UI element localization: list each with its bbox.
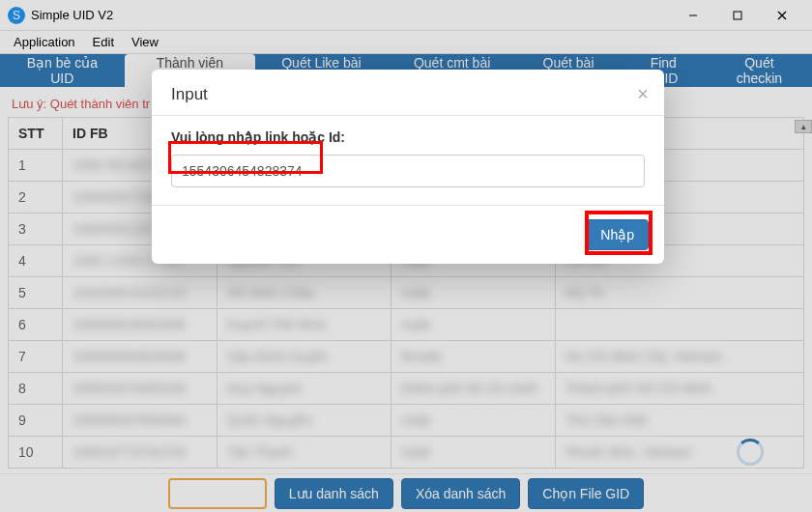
- modal-link-input[interactable]: [171, 155, 645, 187]
- svg-line-2: [778, 12, 786, 19]
- cell-c5: Ho Chi Minh City, Vietnam: [556, 341, 804, 373]
- cell-stt: 2: [9, 182, 63, 213]
- cell-c5: [556, 309, 804, 341]
- cell-c5: Thành phố Hồ Chí Minh: [556, 373, 804, 405]
- save-list-button[interactable]: Lưu danh sách: [275, 478, 393, 509]
- cell-c4: male: [392, 277, 556, 309]
- table-row[interactable]: 10100010773754754Tân ThanhmalePhước Bửu,…: [9, 437, 804, 469]
- cell-idfb: 100000615102110: [63, 277, 218, 309]
- cell-c4: female: [392, 341, 556, 373]
- cell-idfb: 100000054626306: [63, 341, 218, 373]
- titlebar: S Simple UID V2: [0, 0, 812, 31]
- cell-stt: 1: [9, 150, 63, 182]
- action-bar: Quét 1 UID Lưu danh sách Xóa danh sách C…: [0, 473, 812, 512]
- window-close[interactable]: [760, 0, 804, 31]
- cell-c5: Phước Bửu, Vietnam: [556, 437, 804, 469]
- modal-submit-button[interactable]: Nhập: [586, 219, 649, 250]
- cell-stt: 9: [9, 405, 63, 437]
- svg-line-3: [778, 12, 786, 19]
- loading-spinner-icon: [737, 439, 764, 466]
- cell-c3: Dậu Đình Duyên: [218, 341, 392, 373]
- app-icon: S: [8, 7, 25, 24]
- cell-c4: male: [392, 437, 556, 469]
- cell-idfb: 100001670405226: [63, 373, 218, 405]
- menubar: Application Edit View: [0, 31, 812, 54]
- modal-close-button[interactable]: ×: [637, 83, 649, 105]
- col-stt: STT: [9, 118, 63, 150]
- tab-friends-uid[interactable]: Bạn bè của UID: [0, 54, 125, 87]
- cell-c3: Tân Thanh: [218, 437, 392, 469]
- menu-edit[interactable]: Edit: [85, 33, 122, 51]
- modal-title: Input: [171, 85, 637, 104]
- cell-stt: 8: [9, 373, 63, 405]
- menu-view[interactable]: View: [124, 33, 166, 51]
- table-row[interactable]: 6100000616003206Huynh Thế Đìnhmale: [9, 309, 804, 341]
- menu-application[interactable]: Application: [6, 33, 83, 51]
- table-row[interactable]: 7100000054626306Dậu Đình DuyênfemaleHo C…: [9, 341, 804, 373]
- cell-stt: 7: [9, 341, 63, 373]
- modal-input-label: Vui lòng nhập link hoặc Id:: [171, 129, 645, 145]
- cell-stt: 5: [9, 277, 63, 309]
- cell-c3: Huynh Thế Đình: [218, 309, 392, 341]
- window-maximize[interactable]: [715, 0, 760, 31]
- cell-idfb: 100000616003206: [63, 309, 218, 341]
- window-minimize[interactable]: [671, 0, 715, 31]
- cell-c3: Hồ Minh Châu: [218, 277, 392, 309]
- cell-c4: thành phố hồ chí minh: [392, 373, 556, 405]
- clear-list-button[interactable]: Xóa danh sách: [401, 478, 520, 509]
- tab-scan-checkin[interactable]: Quét checkin: [707, 54, 812, 87]
- cell-c4: male: [392, 309, 556, 341]
- cell-c3: Quốc Nguyễn: [218, 405, 392, 437]
- window-title: Simple UID V2: [31, 8, 671, 22]
- cell-stt: 10: [9, 437, 63, 469]
- svg-rect-1: [734, 12, 741, 19]
- cell-stt: 4: [9, 245, 63, 277]
- scan-uid-button[interactable]: Quét 1 UID: [168, 478, 267, 509]
- choose-file-button[interactable]: Chọn File GID: [528, 478, 644, 509]
- cell-stt: 6: [9, 309, 63, 341]
- scrollbar-up-icon[interactable]: ▴: [795, 120, 812, 133]
- table-row[interactable]: 8100001670405226Huy Nguyenthành phố hồ c…: [9, 373, 804, 405]
- cell-idfb: 100010773754754: [63, 437, 218, 469]
- cell-c3: Huy Nguyen: [218, 373, 392, 405]
- cell-c5: Thủ Dầu Một: [556, 405, 804, 437]
- table-row[interactable]: 9100000047950064Quốc NguyễnmaleThủ Dầu M…: [9, 405, 804, 437]
- cell-c5: Mỹ Th: [556, 277, 804, 309]
- table-row[interactable]: 5100000615102110Hồ Minh ChâumaleMỹ Th: [9, 277, 804, 309]
- cell-idfb: 100000047950064: [63, 405, 218, 437]
- cell-c4: male: [392, 405, 556, 437]
- cell-stt: 3: [9, 213, 63, 245]
- input-modal: Input × Vui lòng nhập link hoặc Id: Nhập: [152, 70, 664, 264]
